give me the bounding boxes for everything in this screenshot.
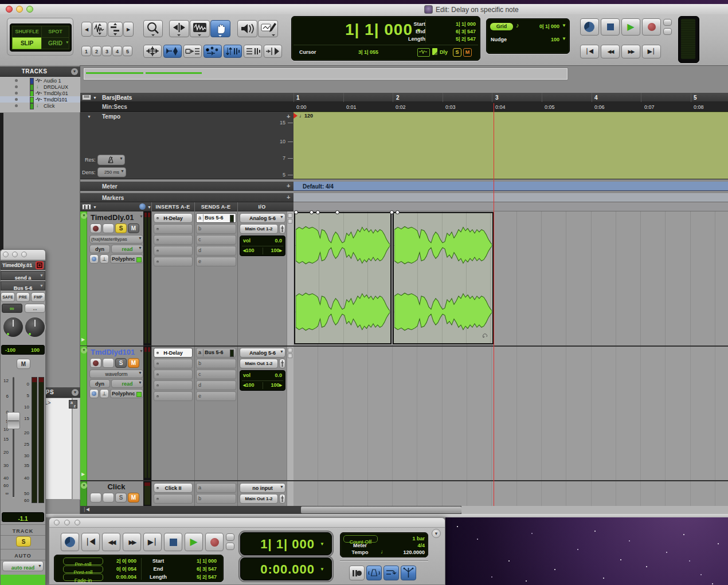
scrubber-tool-button[interactable] bbox=[237, 20, 257, 37]
track2-insert-a[interactable]: H-Delay bbox=[154, 348, 193, 358]
fadein-toggle[interactable]: Fade-in bbox=[63, 574, 103, 581]
meter-default-event[interactable]: Default: 4/4 bbox=[303, 183, 334, 190]
preroll-value[interactable]: 2| 0| 000 bbox=[104, 558, 136, 564]
rewind-button[interactable]: ◀◀ bbox=[601, 45, 620, 58]
transport-option-bottom-button[interactable] bbox=[226, 543, 234, 550]
transport-option-top-button[interactable] bbox=[226, 533, 234, 541]
mode-spot-button[interactable]: SPOT bbox=[41, 26, 69, 38]
track2-dyn-button[interactable]: dyn bbox=[89, 379, 110, 388]
vol-value[interactable]: 0.0 bbox=[275, 238, 282, 244]
track1-elastic-toggle-button[interactable]: ⊥ bbox=[100, 254, 109, 264]
track1-view-selector[interactable]: (fxa)MasterBypas▼ bbox=[89, 235, 143, 244]
meter-lane[interactable] bbox=[293, 182, 728, 191]
close-button[interactable] bbox=[6, 6, 13, 13]
mirror-midi-button[interactable] bbox=[244, 45, 262, 58]
toolbar-option-top-button[interactable] bbox=[663, 19, 672, 26]
transport-close-button[interactable] bbox=[54, 520, 60, 525]
track-list-item-tmddly01[interactable]: TmdDly.01 bbox=[0, 90, 80, 96]
track2-output-window-button[interactable] bbox=[279, 359, 285, 368]
groups-scrollbar[interactable] bbox=[72, 398, 80, 500]
click-send-a[interactable]: a bbox=[196, 483, 236, 493]
tempo-lane[interactable] bbox=[293, 112, 728, 179]
zoom-preset-1-button[interactable]: 1 bbox=[81, 46, 91, 56]
transport-zoom-button[interactable] bbox=[75, 520, 80, 525]
conductor-button[interactable] bbox=[401, 566, 416, 580]
zoom-preset-2-button[interactable]: 2 bbox=[92, 46, 101, 56]
scrollbar-home-icon[interactable]: ⏐◀ bbox=[83, 507, 90, 513]
automation-handle-1[interactable] bbox=[294, 210, 298, 214]
main-counter-value[interactable]: 1| 1| 000 bbox=[298, 21, 413, 40]
click-send-b[interactable]: b bbox=[196, 494, 236, 504]
pan-right-value[interactable]: 100▸ bbox=[271, 382, 282, 388]
send-link-button[interactable]: ∞ bbox=[2, 304, 22, 313]
track2-elastic-toggle-button[interactable]: ⊥ bbox=[100, 389, 109, 398]
res-dropdown[interactable]: ▼ bbox=[97, 155, 125, 165]
solo-badge[interactable]: S bbox=[453, 48, 461, 57]
track2-mini-scroll-up[interactable] bbox=[288, 348, 292, 352]
edit-window-titlebar[interactable] bbox=[0, 4, 728, 15]
track1-name[interactable]: TimedDly.01 bbox=[91, 213, 134, 222]
tracks-disclosure-icon[interactable]: ▼ bbox=[71, 68, 78, 75]
transport-main-counter-arrow-icon[interactable]: ▼ bbox=[320, 541, 324, 547]
send-target-button[interactable] bbox=[36, 261, 44, 269]
tempo-add-button[interactable]: + bbox=[287, 113, 290, 120]
track1-solo-button[interactable]: S bbox=[115, 223, 127, 233]
automation-handle-4[interactable] bbox=[335, 210, 339, 214]
track1-dyn-button[interactable]: dyn bbox=[89, 245, 110, 253]
automation-handle-6[interactable] bbox=[396, 210, 400, 214]
track2-mini-scroll-down[interactable] bbox=[288, 354, 292, 358]
track2-collapse-icon[interactable]: ▼ bbox=[81, 347, 87, 354]
send-pan-right-knob[interactable] bbox=[24, 316, 46, 338]
zoom-in-arrow-button[interactable]: ▶ bbox=[123, 22, 134, 37]
send-zoom-button[interactable] bbox=[21, 252, 27, 257]
track1-automation-mode-button[interactable]: read▼ bbox=[111, 245, 143, 253]
postroll-value[interactable]: 0| 0| 054 bbox=[104, 566, 136, 572]
track1-mini-scroll-down[interactable] bbox=[288, 219, 292, 223]
click-track-name[interactable]: Click bbox=[89, 482, 143, 491]
track2-input-selector[interactable]: Analog 5-6▼ bbox=[240, 348, 285, 358]
send-pan-right-value[interactable]: 100 bbox=[31, 347, 40, 353]
track1-collapse-icon[interactable]: ▼ bbox=[81, 213, 87, 219]
countoff-value[interactable]: 1 bar bbox=[390, 536, 425, 541]
click-output-selector[interactable]: Main Out 1-2 bbox=[240, 494, 278, 504]
end-value[interactable]: 6| 3| 547 bbox=[437, 29, 476, 34]
track2-send-a[interactable]: a Bus 5-6 bbox=[196, 348, 236, 358]
track2-send-b[interactable]: b bbox=[196, 359, 236, 368]
wait-for-note-button[interactable] bbox=[349, 566, 365, 580]
click-solo-button[interactable]: S bbox=[115, 493, 127, 502]
click-mute-button[interactable]: M bbox=[128, 493, 139, 502]
track1-name-arrow-icon[interactable]: ▼ bbox=[139, 214, 143, 218]
toolbar-option-bottom-button[interactable] bbox=[663, 28, 672, 35]
send-pan-left-value[interactable]: -100 bbox=[5, 347, 15, 353]
groups-az-icon[interactable]: az bbox=[69, 400, 77, 409]
tab-to-transient-button[interactable] bbox=[163, 45, 182, 58]
start-value[interactable]: 1| 1| 000 bbox=[437, 21, 476, 27]
send-automation-mode-button[interactable]: auto read▼ bbox=[2, 561, 44, 571]
midi-merge-button[interactable] bbox=[383, 566, 399, 580]
automation-handle-5[interactable] bbox=[390, 210, 394, 214]
track2-timebase-button[interactable] bbox=[89, 389, 99, 398]
midi-meter-value[interactable]: 4/4 bbox=[390, 543, 425, 548]
stop-button[interactable] bbox=[601, 18, 620, 36]
transport-start-value[interactable]: 1| 1| 000 bbox=[179, 558, 217, 564]
transport-minimize-button[interactable] bbox=[64, 520, 70, 525]
dens-dropdown[interactable]: 250 ms▼ bbox=[97, 167, 126, 177]
track1-insert-e[interactable] bbox=[154, 257, 193, 266]
track1-mute-button[interactable]: M bbox=[128, 223, 139, 233]
track2-record-button[interactable] bbox=[90, 358, 101, 368]
pencil-tool-button[interactable] bbox=[258, 20, 278, 37]
track2-output-selector[interactable]: Main Out 1-2 bbox=[240, 359, 278, 368]
mode-slip-button[interactable]: SLIP bbox=[12, 37, 42, 49]
transport-goto-end-button[interactable]: ▶⏐ bbox=[143, 533, 162, 551]
show-hide-dot[interactable] bbox=[15, 79, 18, 82]
track1-input-selector[interactable]: Analog 5-6▼ bbox=[240, 213, 285, 223]
show-hide-dot[interactable] bbox=[15, 104, 18, 107]
zoom-toggle-button[interactable] bbox=[143, 45, 162, 58]
zoom-preset-5-button[interactable]: 5 bbox=[123, 46, 132, 56]
zoom-preset-4-button[interactable]: 4 bbox=[112, 46, 122, 56]
track1-send-e[interactable]: e bbox=[196, 257, 236, 266]
transport-time-counter-arrow-icon[interactable]: ▼ bbox=[320, 567, 324, 572]
track2-solo-button[interactable]: S bbox=[115, 358, 127, 368]
show-hide-dot[interactable] bbox=[15, 85, 18, 88]
transport-record-button[interactable] bbox=[205, 533, 224, 551]
